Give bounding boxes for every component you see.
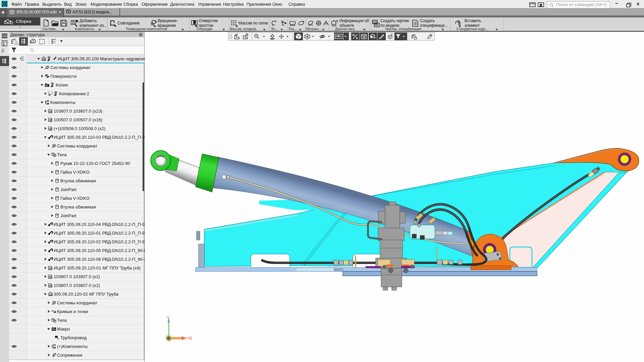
svg-text:Y: Y <box>167 315 170 320</box>
svg-text:?: ? <box>336 19 338 24</box>
svg-text:X: X <box>189 336 192 341</box>
svg-text:212: 212 <box>15 43 18 45</box>
